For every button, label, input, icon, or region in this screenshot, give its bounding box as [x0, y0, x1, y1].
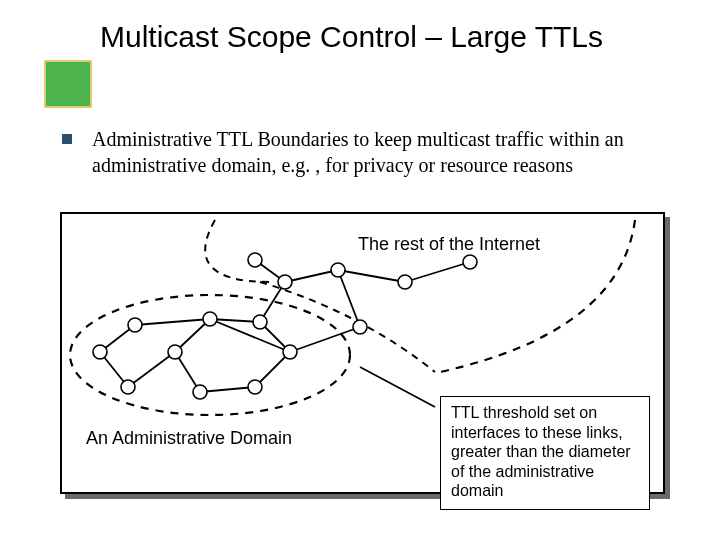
- svg-point-22: [203, 312, 217, 326]
- svg-line-16: [338, 270, 360, 327]
- svg-point-28: [253, 315, 267, 329]
- svg-point-32: [353, 320, 367, 334]
- svg-point-20: [93, 345, 107, 359]
- svg-line-19: [360, 367, 435, 407]
- svg-point-21: [128, 318, 142, 332]
- internet-label: The rest of the Internet: [358, 234, 540, 255]
- svg-point-34: [463, 255, 477, 269]
- bullet-text: Administrative TTL Boundaries to keep mu…: [92, 126, 672, 179]
- svg-line-5: [128, 352, 175, 387]
- svg-point-30: [248, 253, 262, 267]
- svg-line-2: [135, 319, 210, 325]
- svg-point-25: [193, 385, 207, 399]
- svg-line-9: [210, 319, 290, 352]
- svg-line-17: [338, 270, 405, 282]
- title-accent-square: [44, 60, 92, 108]
- admin-domain-label: An Administrative Domain: [86, 428, 292, 449]
- svg-line-18: [405, 262, 470, 282]
- svg-line-7: [200, 387, 255, 392]
- bullet-marker: [62, 134, 72, 144]
- svg-point-29: [278, 275, 292, 289]
- svg-point-26: [248, 380, 262, 394]
- svg-point-33: [398, 275, 412, 289]
- svg-point-27: [283, 345, 297, 359]
- svg-point-24: [121, 380, 135, 394]
- svg-point-31: [331, 263, 345, 277]
- svg-point-23: [168, 345, 182, 359]
- slide-title: Multicast Scope Control – Large TTLs: [100, 18, 660, 56]
- svg-line-15: [285, 270, 338, 282]
- ttl-threshold-callout: TTL threshold set on interfaces to these…: [440, 396, 650, 510]
